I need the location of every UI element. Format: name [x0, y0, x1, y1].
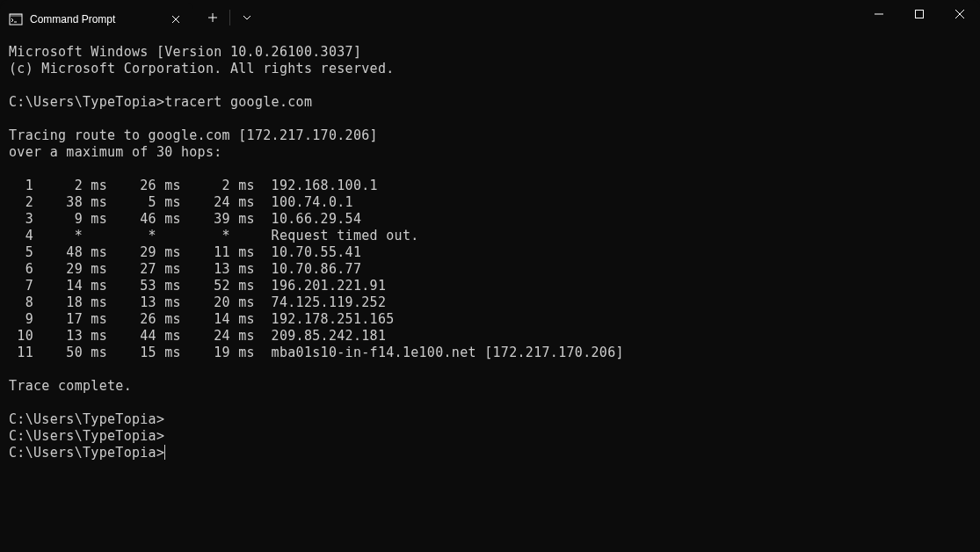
svg-rect-4 [916, 11, 924, 18]
prompt-path: C:\Users\TypeTopia> [9, 94, 164, 110]
prompt-path: C:\Users\TypeTopia> [9, 411, 164, 427]
copyright-line: (c) Microsoft Corporation. All rights re… [9, 61, 395, 76]
close-window-button[interactable] [940, 0, 980, 28]
tab-controls [197, 0, 263, 35]
plus-icon [208, 13, 217, 22]
maximize-button[interactable] [899, 0, 940, 28]
tab-active[interactable]: Command Prompt [0, 4, 193, 35]
maximize-icon [915, 10, 924, 18]
trace-complete: Trace complete. [9, 378, 132, 394]
command-text: tracert google.com [164, 94, 312, 110]
minimize-button[interactable] [859, 0, 899, 28]
os-version-line: Microsoft Windows [Version 10.0.26100.30… [9, 44, 361, 60]
new-tab-button[interactable] [197, 4, 229, 32]
tab-title: Command Prompt [30, 13, 169, 25]
close-icon [171, 15, 180, 24]
cursor [164, 445, 165, 460]
chevron-down-icon [243, 15, 251, 20]
tracert-hops: 1 2 ms 26 ms 2 ms 192.168.100.1 2 38 ms … [9, 178, 624, 360]
tab-close-button[interactable] [169, 12, 183, 26]
window-controls [859, 0, 980, 35]
titlebar: Command Prompt [0, 0, 980, 35]
trace-header-2: over a maximum of 30 hops: [9, 144, 222, 160]
cmd-icon [9, 12, 23, 26]
svg-rect-1 [10, 14, 22, 17]
divider [229, 10, 230, 25]
trace-header-1: Tracing route to google.com [172.217.170… [9, 127, 378, 143]
close-icon [955, 10, 964, 18]
prompt-path: C:\Users\TypeTopia> [9, 428, 164, 444]
minimize-icon [875, 10, 883, 18]
terminal-output[interactable]: Microsoft Windows [Version 10.0.26100.30… [0, 35, 980, 461]
tab-dropdown-button[interactable] [231, 4, 263, 32]
prompt-path: C:\Users\TypeTopia> [9, 445, 164, 461]
